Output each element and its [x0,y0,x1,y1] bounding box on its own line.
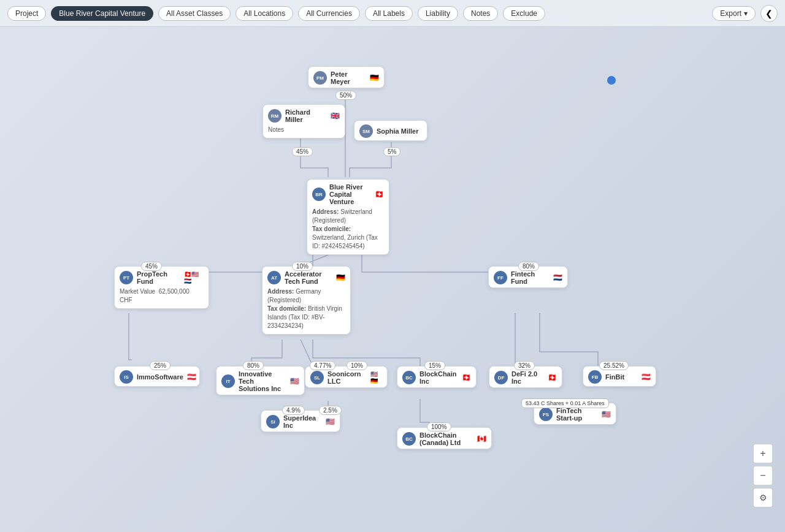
blue-river-flag: 🇨🇭 [375,190,384,199]
finbit-pct-badge: 25.52% [599,361,629,370]
proptech-mv: Market Value 62,500,000 CHF [115,287,209,308]
soonicorn-flags: 🇺🇸🇩🇪 [370,371,382,384]
blockchain-ca-avatar: BC [402,432,416,446]
collapse-btn[interactable]: ❮ [760,5,778,22]
soonicorn-name: Soonicorn LLC [327,370,367,385]
blockchain-inc-avatar: BC [402,371,416,384]
zoom-out-btn[interactable]: − [753,466,773,485]
blue-river-name: Blue River Capital Venture [329,183,371,205]
richard-miller-flag: 🇬🇧 [331,112,340,120]
immo-avatar: IS [120,370,133,384]
topbar: Project Blue River Capital Venture All A… [0,0,785,27]
richard-miller-avatar: RM [268,109,281,123]
innovative-80pct-badge: 80% [243,361,264,370]
canvas: PM Peter Meyer 🇩🇪 50% RM Richard Miller … [0,27,785,532]
richard-miller-node[interactable]: RM Richard Miller 🇬🇧 Notes [262,104,345,139]
innovative-node[interactable]: IT Innovative Tech Solutions Inc 🇺🇸 [216,366,305,395]
accelerator-node[interactable]: AT Accelerator Tech Fund 🇩🇪 Address: Ger… [262,266,351,335]
zoom-controls: + − ⚙ [753,444,773,507]
superidea-flag: 🇺🇸 [326,417,335,426]
proptech-name: PropTech Fund [137,270,180,285]
immo-name: ImmoSoftware [137,373,183,381]
richard-miller-name: Richard Miller [285,108,327,123]
innovative-name: Innovative Tech Solutions Inc [239,370,286,392]
superidea-right-badge: 2.5% [319,406,342,415]
blue-dot-indicator [607,76,616,85]
zoom-in-btn[interactable]: + [753,444,773,463]
labels-btn[interactable]: All Labels [365,6,413,21]
richard-miller-notes: Notes [263,126,345,138]
zoom-settings-btn[interactable]: ⚙ [753,488,773,507]
fintech-startup-flag: 🇺🇸 [602,410,611,419]
innovative-flag: 🇺🇸 [290,377,299,386]
fintech-fund-flag: 🇳🇱 [553,273,562,282]
defi-flag: 🇨🇭 [548,373,557,382]
blockchain-ca-flag: 🇨🇦 [477,435,486,443]
proptech-flags: 🇨🇭🇺🇸🇳🇱 [184,271,204,284]
blockchain-15pct-badge: 15% [424,361,445,370]
accelerator-flag: 🇩🇪 [336,273,345,282]
blue-river-node[interactable]: BR Blue River Capital Venture 🇨🇭 Address… [307,179,389,255]
locations-btn[interactable]: All Locations [236,6,293,21]
exclude-btn[interactable]: Exclude [503,6,545,21]
superidea-name: SuperIdea Inc [283,414,322,429]
superidea-left-badge: 4.9% [282,406,305,415]
innovative-avatar: IT [221,374,235,388]
sophia-miller-name: Sophia Miller [377,127,418,135]
fintech-startup-shares-badge: 53.43 C Shares + 0.01 A Shares [521,398,609,408]
blockchain-ca-100pct-badge: 100% [427,422,451,431]
peter-meyer-name: Peter Meyer [331,70,366,85]
sophia-miller-node[interactable]: SM Sophia Miller [354,120,427,141]
asset-classes-btn[interactable]: All Asset Classes [158,6,231,21]
defi-avatar: DF [494,371,508,384]
proptech-avatar: PT [120,271,133,284]
sophia-miller-avatar: SM [359,124,373,138]
immo-flag: 🇦🇹 [187,373,196,381]
soonicorn-left-badge: 4.77% [310,361,335,370]
blockchain-inc-flag: 🇨🇭 [462,373,471,382]
defi-32pct-badge: 32% [514,361,535,370]
chevron-left-icon: ❮ [765,9,773,18]
liability-btn[interactable]: Liability [418,6,458,21]
topbar-right: Export ▾ ❮ [712,5,778,22]
currencies-btn[interactable]: All Currencies [298,6,360,21]
peter-meyer-flag: 🇩🇪 [370,74,379,82]
finbit-name: FinBit [605,373,624,381]
richard-45pct-badge: 45% [292,147,313,156]
blue-river-avatar: BR [312,188,326,201]
chevron-down-icon: ▾ [744,9,748,18]
defi-name: DeFi 2.0 Inc [511,370,544,385]
immo-25pct-badge: 25% [150,361,170,370]
superidea-avatar: SI [266,415,280,428]
accelerator-name: Accelerator Tech Fund [285,270,332,285]
accelerator-body: Address: Germany (Registered) Tax domici… [262,287,350,334]
peter-50pct-badge: 50% [335,91,356,100]
blockchain-inc-name: BlockChain Inc [419,370,458,385]
proptech-45pct-badge: 45% [141,262,162,271]
fintech-fund-avatar: FF [494,271,507,284]
finbit-avatar: FB [588,370,602,384]
accelerator-10pct-badge: 10% [292,262,313,271]
fintech-80pct-badge: 80% [518,262,539,271]
soonicorn-avatar: SL [310,371,324,384]
blockchain-ca-name: BlockChain (Canada) Ltd [419,431,473,446]
fintech-startup-avatar: FS [539,408,553,421]
peter-meyer-avatar: PM [313,71,327,85]
soonicorn-right-badge: 10% [347,361,367,370]
notes-btn[interactable]: Notes [463,6,498,21]
export-btn[interactable]: Export ▾ [712,6,756,21]
active-filter-btn[interactable]: Blue River Capital Venture [51,6,153,21]
sophia-5pct-badge: 5% [383,147,400,156]
peter-meyer-node[interactable]: PM Peter Meyer 🇩🇪 [308,66,385,88]
accelerator-avatar: AT [267,271,281,284]
project-btn[interactable]: Project [7,6,46,21]
fintech-fund-name: Fintech Fund [511,270,550,285]
finbit-flag: 🇦🇹 [641,373,651,381]
proptech-node[interactable]: PT PropTech Fund 🇨🇭🇺🇸🇳🇱 Market Value 62,… [114,266,209,309]
blue-river-body: Address: Switzerland (Registered) Tax do… [307,208,389,254]
fintech-startup-name: FinTech Start-up [556,407,598,422]
